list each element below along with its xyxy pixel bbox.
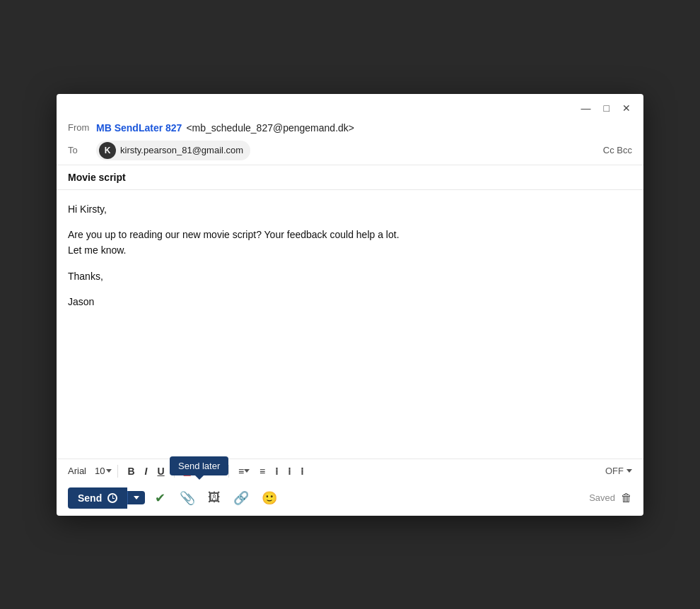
delete-button[interactable]: 🗑 xyxy=(621,492,632,504)
body-content: Are you up to reading our new movie scri… xyxy=(68,227,632,259)
body-closing: Thanks, xyxy=(68,268,632,284)
to-label: To xyxy=(68,145,96,155)
attachment-icon: 📎 xyxy=(180,491,195,505)
send-schedule-dropdown-button[interactable] xyxy=(127,491,145,504)
action-toolbar: Send Send later ✔ 📎 🖼 🔗 🙂 Saved xyxy=(57,483,643,516)
to-row: To K kirsty.pearson_81@gmail.com Cc Bcc xyxy=(57,138,643,165)
subject-row: Movie script xyxy=(57,165,643,190)
sender-name: MB SendLater 827 xyxy=(96,122,182,134)
subject-text: Movie script xyxy=(68,172,126,183)
outdent-icon: ⁞ xyxy=(301,466,303,477)
font-size-chevron-icon xyxy=(106,469,112,473)
send-label: Send xyxy=(78,492,102,504)
from-row: From MB SendLater 827 <mb_schedule_827@p… xyxy=(57,119,643,138)
toolbar-separator-1 xyxy=(117,465,118,478)
send-schedule-chevron-icon xyxy=(134,496,139,499)
image-icon: 🖼 xyxy=(208,490,221,504)
send-button[interactable]: Send xyxy=(68,487,127,509)
link-icon: 🔗 xyxy=(233,491,249,505)
italic-button[interactable]: I xyxy=(141,463,151,479)
font-size-value: 10 xyxy=(95,466,105,476)
close-button[interactable]: ✕ xyxy=(619,101,634,115)
off-chevron-icon xyxy=(626,469,632,473)
compose-window: — □ ✕ From MB SendLater 827 <mb_schedule… xyxy=(57,94,643,516)
indent-button[interactable]: ⁞ xyxy=(284,463,294,479)
font-size-selector[interactable]: 10 xyxy=(95,466,112,476)
attachment-button[interactable]: 📎 xyxy=(175,487,199,509)
ordered-list-button[interactable]: ≡ xyxy=(256,463,269,479)
recipient-avatar: K xyxy=(99,142,116,159)
emoji-icon: 🙂 xyxy=(262,491,277,505)
cc-bcc-button[interactable]: Cc Bcc xyxy=(603,145,632,155)
check-icon: ✔ xyxy=(155,491,165,505)
formatting-toolbar: Arial 10 B I U A A ≡ ≡ ⁞ ⁞ xyxy=(57,459,643,483)
align-icon: ≡ xyxy=(238,466,244,477)
send-group: Send xyxy=(68,487,145,509)
saved-label: Saved xyxy=(589,492,615,503)
unordered-list-button[interactable]: ⁞ xyxy=(272,463,281,479)
align-chevron-icon xyxy=(244,469,250,473)
align-button[interactable]: ≡ xyxy=(235,463,253,479)
schedule-clock-icon xyxy=(107,493,117,503)
toolbar-separator-3 xyxy=(228,465,229,478)
check-button[interactable]: ✔ xyxy=(149,487,171,509)
title-bar: — □ ✕ xyxy=(57,94,643,119)
unordered-list-icon: ⁞ xyxy=(275,466,278,477)
recipient-chip[interactable]: K kirsty.pearson_81@gmail.com xyxy=(96,141,250,160)
maximize-button[interactable]: □ xyxy=(601,101,612,115)
off-label: OFF xyxy=(605,466,624,476)
image-button[interactable]: 🖼 xyxy=(204,487,225,508)
off-toggle[interactable]: OFF xyxy=(605,466,632,476)
ordered-list-icon: ≡ xyxy=(259,466,265,477)
saved-status: Saved 🗑 xyxy=(589,492,632,504)
from-label: From xyxy=(68,122,96,133)
minimize-button[interactable]: — xyxy=(578,101,594,115)
outdent-button[interactable]: ⁞ xyxy=(297,463,307,479)
delete-icon: 🗑 xyxy=(621,492,632,504)
send-later-tooltip: Send later xyxy=(170,456,228,475)
body-signature: Jason xyxy=(68,294,632,309)
underline-button[interactable]: U xyxy=(154,463,168,479)
emoji-button[interactable]: 🙂 xyxy=(257,487,281,509)
window-controls: — □ ✕ xyxy=(578,101,634,115)
font-name: Arial xyxy=(68,466,86,476)
bold-button[interactable]: B xyxy=(124,463,138,479)
tooltip-label: Send later xyxy=(178,461,220,471)
body-greeting: Hi Kirsty, xyxy=(68,201,632,217)
indent-icon: ⁞ xyxy=(288,466,291,477)
email-body[interactable]: Hi Kirsty, Are you up to reading our new… xyxy=(57,190,643,459)
sender-email: <mb_schedule_827@pengemand.dk> xyxy=(186,122,354,134)
recipient-email: kirsty.pearson_81@gmail.com xyxy=(120,145,243,155)
link-button[interactable]: 🔗 xyxy=(229,487,253,509)
